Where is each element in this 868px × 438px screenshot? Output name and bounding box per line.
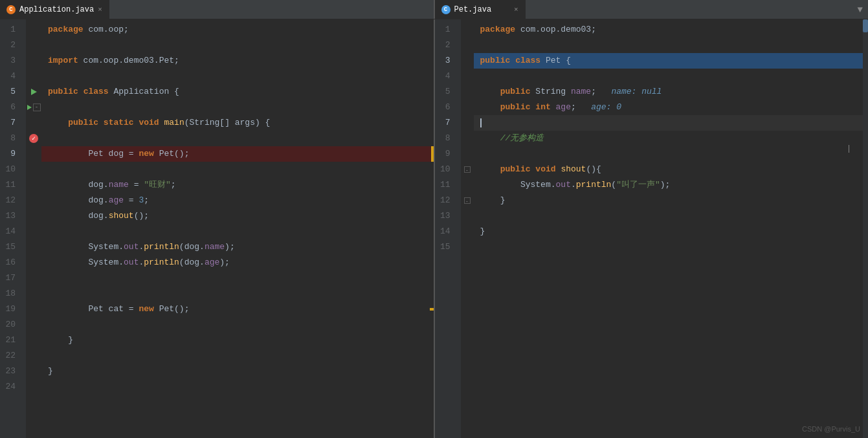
ln-l24: 24 <box>0 379 21 395</box>
ln-r2: 2 <box>435 38 456 53</box>
right-line-numbers: 1 2 3 4 5 6 7 8 9 10 11 12 13 14 15 <box>435 19 461 438</box>
error-circle-line9: ✓ <box>29 134 38 143</box>
ln-l18: 18 <box>0 286 21 301</box>
ln-l13: 13 <box>0 208 21 224</box>
code-line-r10: public void shout(){ <box>474 162 863 177</box>
ln-l5: 5 <box>0 84 21 100</box>
code-line-l4 <box>41 69 434 84</box>
code-line-l24 <box>41 379 434 395</box>
code-line-r15 <box>474 239 863 255</box>
ln-r5: 5 <box>435 84 456 100</box>
tab-label-pet: Pet.java <box>454 5 492 14</box>
ln-l14: 14 <box>0 224 21 239</box>
ln-r9: 9 <box>435 146 456 162</box>
gutter-line8 <box>26 115 41 131</box>
error-icon-line9: ✓ <box>26 131 41 146</box>
fold-icon-r10[interactable]: - <box>461 162 474 177</box>
ln-r14: 14 <box>435 224 456 239</box>
editor-container: C Application.java × C Pet.java × ▼ 1 2 <box>0 0 868 438</box>
code-line-l5: public class Application { <box>41 84 434 100</box>
code-line-l1: package com.oop; <box>41 22 434 38</box>
fold-icon-line7[interactable]: - <box>33 104 41 111</box>
tab-close-pet[interactable]: × <box>514 6 518 14</box>
cursor-position-indicator: | <box>848 144 850 153</box>
left-editor-pane: 1 2 3 4 5 6 7 8 9 10 11 12 13 14 15 16 1 <box>0 19 435 438</box>
ln-r8: 8 <box>435 131 456 146</box>
right-gutter: - - <box>461 19 474 438</box>
application-java-icon: C <box>6 5 16 14</box>
code-line-l9: Pet dog = new Pet(); <box>41 146 434 162</box>
code-line-l14 <box>41 224 434 239</box>
ln-l23: 23 <box>0 364 21 379</box>
ln-l21: 21 <box>0 333 21 348</box>
code-line-l3: import com.oop.demo03.Pet; <box>41 53 434 69</box>
code-line-l12: dog.age = 3; <box>41 193 434 208</box>
ln-l19: 19 <box>0 301 21 317</box>
tab-bar: C Application.java × C Pet.java × ▼ <box>0 0 868 19</box>
run-triangle-line7 <box>27 105 32 110</box>
split-editors: 1 2 3 4 5 6 7 8 9 10 11 12 13 14 15 16 1 <box>0 19 868 438</box>
ln-l22: 22 <box>0 348 21 364</box>
ln-l8: 8 <box>0 131 21 146</box>
code-line-l22 <box>41 348 434 364</box>
code-line-l15: System.out.println(dog.name); <box>41 239 434 255</box>
ln-l12: 12 <box>0 193 21 208</box>
code-line-r11: System.out.println("叫了一声"); <box>474 177 863 193</box>
code-line-l13: dog.shout(); <box>41 208 434 224</box>
code-line-r13 <box>474 208 863 224</box>
ln-l17: 17 <box>0 270 21 286</box>
code-line-l18 <box>41 286 434 301</box>
left-line-numbers: 1 2 3 4 5 6 7 8 9 10 11 12 13 14 15 16 1 <box>0 19 26 438</box>
ln-r15: 15 <box>435 239 456 255</box>
right-scroll-thumb[interactable] <box>863 19 868 32</box>
code-line-l7: public static void main(String[] args) { <box>41 115 434 131</box>
ln-l3: 3 <box>0 53 21 69</box>
code-line-l10 <box>41 162 434 177</box>
code-line-l17 <box>41 270 434 286</box>
ln-l20: 20 <box>0 317 21 333</box>
code-line-r6: public int age; age: 0 <box>474 100 863 115</box>
ln-l2: 2 <box>0 38 21 53</box>
code-line-r1: package com.oop.demo03; <box>474 22 863 38</box>
code-line-r4 <box>474 69 863 84</box>
code-line-r12: } <box>474 193 863 208</box>
ln-r13: 13 <box>435 208 456 224</box>
right-minimap[interactable] <box>863 19 868 438</box>
tab-application-java[interactable]: C Application.java × <box>0 0 109 19</box>
ln-l1: 1 <box>0 22 21 38</box>
code-line-l8 <box>41 131 434 146</box>
ln-r4: 4 <box>435 69 456 84</box>
ln-r7: 7 <box>435 115 456 131</box>
code-line-r14: } <box>474 224 863 239</box>
tab-label-application: Application.java <box>19 5 94 14</box>
code-line-r3: public class Pet { <box>474 53 863 69</box>
ln-l16: 16 <box>0 255 21 270</box>
run-triangle-line5 <box>31 89 37 95</box>
ln-l15: 15 <box>0 239 21 255</box>
code-line-r5: public String name; name: null <box>474 84 863 100</box>
code-line-r9 <box>474 146 863 162</box>
left-code-content[interactable]: package com.oop; import com.oop.demo03.P… <box>41 19 434 438</box>
code-line-l2 <box>41 38 434 53</box>
right-code-content[interactable]: package com.oop.demo03; public class Pet… <box>474 19 863 438</box>
tab-close-application[interactable]: × <box>98 6 102 14</box>
tab-pet-java[interactable]: C Pet.java × <box>435 0 526 19</box>
ln-l11: 11 <box>0 177 21 193</box>
code-line-l6 <box>41 100 434 115</box>
pane-dropdown-arrow[interactable]: ▼ <box>858 0 868 19</box>
fold-line-r12 <box>461 177 474 193</box>
ln-l7: 7 <box>0 115 21 131</box>
left-code-area: 1 2 3 4 5 6 7 8 9 10 11 12 13 14 15 16 1 <box>0 19 434 438</box>
code-line-r2 <box>474 38 863 53</box>
code-line-l20 <box>41 317 434 333</box>
ln-r6: 6 <box>435 100 456 115</box>
code-line-r8: //无参构造 <box>474 131 863 146</box>
ln-r12: 12 <box>435 193 456 208</box>
fold-icon-r12[interactable]: - <box>461 193 474 208</box>
run-fold-line7[interactable]: - <box>26 100 41 115</box>
right-code-area: 1 2 3 4 5 6 7 8 9 10 11 12 13 14 15 <box>435 19 869 438</box>
run-icon-line5[interactable] <box>26 84 41 100</box>
ln-l4: 4 <box>0 69 21 84</box>
code-line-l21: } <box>41 333 434 348</box>
watermark: CSDN @Purvis_U <box>802 425 860 433</box>
